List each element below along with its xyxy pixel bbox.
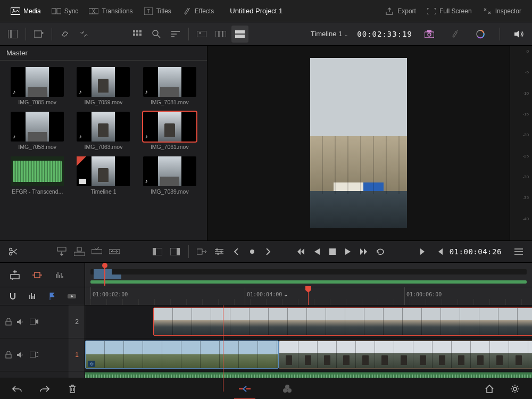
- ripple-button[interactable]: [29, 267, 46, 284]
- clip-v1-1[interactable]: ⚙: [85, 340, 279, 369]
- sort-button[interactable]: [167, 26, 184, 43]
- video-icon[interactable]: [30, 319, 38, 325]
- add-marker-button[interactable]: [65, 288, 78, 305]
- fullscreen-button[interactable]: Full Screen: [421, 7, 477, 15]
- track-v2-content[interactable]: [85, 305, 532, 338]
- tab-effects[interactable]: Effects: [177, 0, 219, 22]
- marker-flag-button[interactable]: [46, 288, 59, 305]
- tab-sync[interactable]: Sync: [46, 0, 84, 22]
- cut-page-tab[interactable]: [234, 380, 255, 397]
- insert-button[interactable]: [55, 243, 68, 260]
- mute-icon[interactable]: [17, 319, 24, 325]
- track-v1: 1 ⚙: [0, 338, 532, 371]
- svg-rect-20: [219, 31, 222, 37]
- media-clip[interactable]: ♪IMG_7059.mov: [72, 67, 134, 105]
- clip-v2-1[interactable]: [153, 307, 532, 336]
- marker-button[interactable]: [246, 244, 258, 259]
- search-button[interactable]: [148, 26, 165, 43]
- timeline-name[interactable]: Timeline 1⌄: [311, 30, 348, 38]
- track-v1-content[interactable]: ⚙: [85, 338, 532, 371]
- svg-rect-10: [133, 30, 135, 32]
- replace-button[interactable]: [90, 243, 103, 260]
- color-wheel-button[interactable]: [472, 26, 489, 43]
- stop-button[interactable]: [325, 244, 340, 259]
- trim-end-button[interactable]: [169, 243, 182, 260]
- media-clip[interactable]: EFGR - Transcend...: [6, 156, 68, 195]
- edit-menu-button[interactable]: [512, 243, 526, 260]
- loop-button[interactable]: [373, 244, 388, 259]
- overwrite-button[interactable]: [72, 243, 86, 260]
- settings-button[interactable]: [506, 380, 523, 397]
- inspector-button[interactable]: Inspector: [477, 7, 527, 15]
- tab-media[interactable]: Media: [5, 0, 46, 22]
- bin-view-button[interactable]: [4, 26, 21, 43]
- video-icon[interactable]: [30, 352, 38, 358]
- media-bin-header[interactable]: Master: [0, 46, 207, 61]
- snap-button[interactable]: [6, 288, 20, 305]
- lock-icon[interactable]: [5, 318, 12, 326]
- svg-point-29: [9, 253, 12, 255]
- media-clip[interactable]: ♪IMG_7089.mov: [139, 156, 201, 195]
- track-v2-header[interactable]: [0, 305, 69, 338]
- export-button[interactable]: Export: [379, 7, 421, 15]
- track-v1-number[interactable]: 1: [69, 338, 85, 371]
- clip-v1-2[interactable]: [279, 340, 532, 369]
- media-clip[interactable]: ♪IMG_7058.mov: [6, 112, 68, 150]
- audio-meters: 0-5-10-15-20-25-30-35-40: [510, 46, 532, 240]
- snapshot-button[interactable]: [421, 26, 438, 43]
- timeline-overview[interactable]: [85, 263, 532, 287]
- tab-titles[interactable]: T Titles: [138, 0, 177, 22]
- lock-icon[interactable]: [5, 351, 12, 359]
- transition-add-button[interactable]: [195, 243, 209, 260]
- undo-button[interactable]: [9, 380, 26, 397]
- redo-button[interactable]: [36, 380, 53, 397]
- track-v2-number[interactable]: 2: [69, 305, 85, 338]
- thumbnail-view-button[interactable]: [129, 26, 146, 43]
- svg-rect-47: [35, 272, 40, 278]
- playhead[interactable]: [308, 287, 309, 305]
- tab-transitions[interactable]: Transitions: [84, 0, 138, 22]
- scissors-button[interactable]: [6, 243, 20, 260]
- viewer-timecode[interactable]: 00:02:33:19: [357, 30, 412, 38]
- go-prev-button[interactable]: [434, 244, 445, 259]
- media-clip[interactable]: ♪IMG_7081.mov: [139, 67, 201, 105]
- ruler-label: 01:00:02:00: [93, 292, 128, 297]
- trim-start-button[interactable]: [151, 243, 164, 260]
- unlink-button[interactable]: [76, 26, 93, 43]
- media-clip[interactable]: ♪IMG_7061.mov: [139, 112, 201, 150]
- go-start-button[interactable]: [293, 244, 308, 259]
- media-clip[interactable]: Timeline 1: [72, 156, 134, 195]
- speaker-button[interactable]: [511, 26, 528, 43]
- clip-view-a-button[interactable]: [193, 26, 210, 43]
- timeline-lock-view-button[interactable]: [6, 267, 23, 284]
- next-marker-button[interactable]: [262, 244, 274, 259]
- timeline-ruler[interactable]: 01:00:02:0001:00:04:00 ⌄01:00:06:00: [85, 287, 532, 305]
- home-button[interactable]: [481, 380, 498, 397]
- media-clip[interactable]: ♪IMG_7085.mov: [6, 67, 68, 105]
- clip-view-b-button[interactable]: [212, 26, 229, 43]
- prev-marker-button[interactable]: [230, 244, 242, 259]
- track-v1-header[interactable]: [0, 338, 69, 371]
- audio-scrub-button[interactable]: [26, 288, 39, 305]
- go-end-button[interactable]: [418, 244, 429, 259]
- viewer-panel: [207, 46, 510, 240]
- source-timecode[interactable]: 01:00:04:26: [450, 247, 502, 256]
- meter-tick: -25: [511, 154, 529, 159]
- audio-sync-button[interactable]: [51, 267, 68, 284]
- step-back-button[interactable]: [309, 244, 324, 259]
- tools-button[interactable]: [213, 243, 226, 260]
- svg-rect-15: [139, 34, 142, 36]
- clip-view-c-button[interactable]: [231, 26, 248, 43]
- link-button[interactable]: [56, 26, 73, 43]
- viewer-canvas[interactable]: [207, 46, 510, 240]
- step-fwd-button[interactable]: [357, 244, 372, 259]
- media-clip[interactable]: ♪IMG_7063.mov: [72, 112, 134, 150]
- mute-icon[interactable]: [17, 352, 24, 358]
- magic-button[interactable]: [446, 26, 463, 43]
- play-button[interactable]: [341, 244, 356, 259]
- svg-rect-31: [74, 252, 85, 256]
- import-media-button[interactable]: [30, 26, 47, 43]
- trash-button[interactable]: [64, 380, 81, 397]
- color-page-tab[interactable]: [277, 380, 298, 397]
- fit-button[interactable]: [107, 243, 121, 260]
